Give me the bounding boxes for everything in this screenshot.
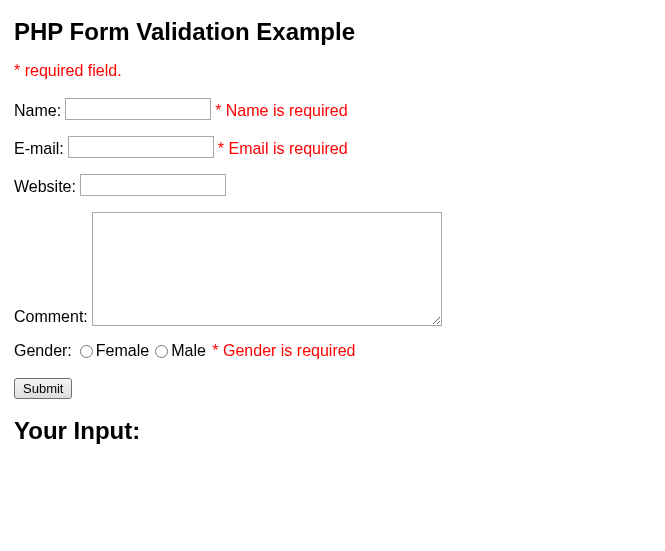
email-error: * Email is required (218, 140, 348, 158)
page-title: PHP Form Validation Example (14, 18, 651, 46)
name-label: Name: (14, 102, 61, 120)
gender-female-label: Female (96, 342, 149, 360)
comment-textarea[interactable] (92, 212, 442, 326)
name-error: * Name is required (215, 102, 348, 120)
email-label: E-mail: (14, 140, 64, 158)
website-label: Website: (14, 178, 76, 196)
gender-male-radio[interactable] (155, 345, 168, 358)
required-field-note: * required field. (14, 62, 651, 80)
comment-label: Comment: (14, 308, 88, 326)
submit-button[interactable] (14, 378, 72, 399)
email-input[interactable] (68, 136, 214, 158)
gender-male-label: Male (171, 342, 206, 360)
gender-error: * Gender is required (212, 342, 355, 360)
name-input[interactable] (65, 98, 211, 120)
output-heading: Your Input: (14, 417, 651, 445)
website-input[interactable] (80, 174, 226, 196)
gender-female-radio[interactable] (80, 345, 93, 358)
gender-label: Gender: (14, 342, 72, 360)
